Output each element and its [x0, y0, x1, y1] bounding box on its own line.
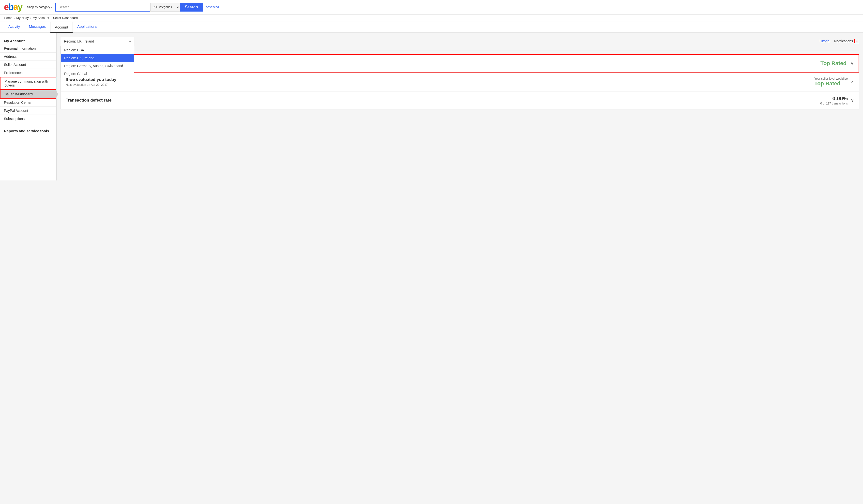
top-bar: Tutorial Notifications 1 — [819, 39, 859, 43]
sidebar-section-my-account: My Account — [0, 37, 57, 44]
breadcrumb-sep-1: › — [14, 16, 15, 20]
category-select[interactable]: All Categories — [150, 3, 180, 12]
region-dropdown: Region: USA Region: UK, Ireland Region: … — [61, 46, 134, 78]
transaction-chevron-icon[interactable]: ∨ — [851, 98, 854, 103]
evaluation-hint: Your seller level would be — [814, 77, 848, 80]
shop-by-arrow-icon: ▾ — [51, 6, 52, 9]
breadcrumb: Home › My eBay › My Account › Seller Das… — [0, 14, 863, 22]
sidebar-item-resolution-center[interactable]: Resolution Center — [0, 99, 57, 107]
logo-a: a — [13, 2, 18, 12]
region-dropdown-arrow-icon: ▾ — [129, 39, 131, 43]
sidebar-item-address[interactable]: Address — [0, 53, 57, 61]
breadcrumb-sep-3: › — [51, 16, 52, 20]
transaction-left: Transaction defect rate — [66, 98, 111, 103]
logo-y: y — [18, 2, 22, 12]
region-selector[interactable]: Region: UK, Ireland ▾ — [61, 37, 134, 46]
sidebar-item-personal-info[interactable]: Personal Information — [0, 44, 57, 53]
region-option-usa[interactable]: Region: USA — [61, 46, 134, 54]
tab-applications[interactable]: Applications — [73, 22, 102, 33]
breadcrumb-myebay[interactable]: My eBay — [16, 16, 29, 20]
transaction-percent: 0.00% — [821, 95, 848, 102]
transaction-sub: 0 of 117 transactions — [821, 102, 848, 105]
breadcrumb-home[interactable]: Home — [4, 16, 13, 20]
notification-badge: 1 — [854, 39, 859, 43]
sidebar-item-seller-account[interactable]: Seller Account — [0, 61, 57, 69]
evaluation-title: If we evaluated you today — [66, 77, 116, 82]
region-current-label: Region: UK, Ireland — [64, 39, 94, 43]
shop-by-label: Shop by category — [27, 5, 50, 9]
sidebar-item-manage-communication[interactable]: Manage communication with buyers — [0, 77, 57, 90]
sidebar-item-paypal[interactable]: PayPal Account — [0, 107, 57, 115]
evaluation-chevron-icon[interactable]: ∧ — [851, 79, 854, 85]
breadcrumb-sep-2: › — [30, 16, 31, 20]
region-option-germany[interactable]: Region: Germany, Austria, Switzerland — [61, 62, 134, 70]
search-button[interactable]: Search — [180, 3, 203, 12]
main-content: Region: UK, Ireland ▾ Region: USA Region… — [57, 33, 863, 180]
evaluation-rating: Top Rated — [814, 80, 848, 87]
current-seller-rating: Top Rated — [821, 60, 847, 67]
sidebar-item-seller-dashboard[interactable]: Seller Dashboard — [0, 90, 57, 99]
breadcrumb-current: Seller Dashboard — [53, 16, 77, 20]
content-wrapper: My Account Personal Information Address … — [0, 33, 863, 180]
advanced-link[interactable]: Advanced — [206, 5, 219, 9]
evaluation-section: If we evaluated you today Next evaluatio… — [61, 73, 859, 91]
sidebar-item-preferences[interactable]: Preferences — [0, 69, 57, 77]
region-option-global[interactable]: Region: Global — [61, 70, 134, 78]
notifications-label: Notifications — [834, 39, 853, 43]
transaction-title: Transaction defect rate — [66, 98, 111, 103]
transaction-right: 0.00% 0 of 117 transactions ∨ — [821, 95, 854, 105]
breadcrumb-myaccount[interactable]: My Account — [33, 16, 49, 20]
tab-activity[interactable]: Activity — [4, 22, 25, 33]
region-dropdown-container: Region: UK, Ireland ▾ Region: USA Region… — [61, 37, 134, 46]
sidebar-item-subscriptions[interactable]: Subscriptions — [0, 115, 57, 123]
search-bar: All Categories Search — [55, 3, 203, 12]
ebay-logo: ebay — [4, 2, 22, 12]
region-option-uk[interactable]: Region: UK, Ireland — [61, 54, 134, 62]
main-nav: Activity Messages Account Applications — [0, 22, 863, 33]
tab-messages[interactable]: Messages — [25, 22, 50, 33]
current-seller-chevron-icon[interactable]: ∨ — [850, 61, 854, 66]
logo-b: b — [8, 2, 13, 12]
current-seller-level-section: Current seller level As of Mar 20, 2017 … — [61, 54, 859, 73]
tutorial-link[interactable]: Tutorial — [819, 39, 830, 43]
evaluation-left: If we evaluated you today Next evaluatio… — [66, 77, 116, 87]
evaluation-subtitle: Next evaluation on Apr 20, 2017 — [66, 83, 116, 87]
notifications-area: Notifications 1 — [834, 39, 859, 43]
transaction-section: Transaction defect rate 0.00% 0 of 117 t… — [61, 91, 859, 109]
sidebar-section-reports: Reports and service tools — [0, 127, 57, 134]
logo-e: e — [4, 2, 8, 12]
search-input[interactable] — [55, 3, 151, 12]
sidebar: My Account Personal Information Address … — [0, 33, 57, 180]
header: ebay Shop by category ▾ All Categories S… — [0, 0, 863, 14]
evaluation-right: Your seller level would be Top Rated ∧ — [814, 77, 854, 87]
tab-account[interactable]: Account — [50, 22, 73, 33]
shop-by-button[interactable]: Shop by category ▾ — [27, 5, 52, 9]
current-seller-right: Top Rated ∨ — [821, 60, 854, 67]
